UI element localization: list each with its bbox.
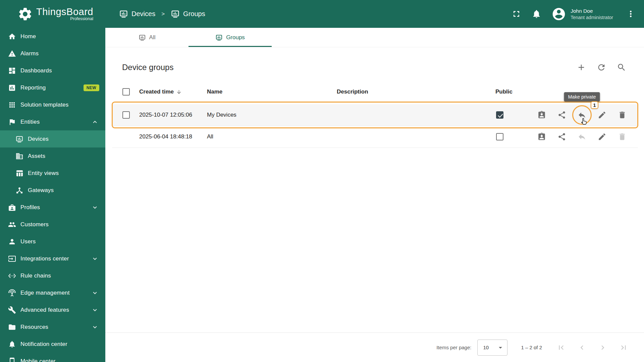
- sidebar-item-profiles[interactable]: Profiles: [0, 199, 105, 216]
- chevron-down-icon[interactable]: [91, 204, 99, 211]
- sidebar: Home Alarms Dashboards Reporting NEW Sol…: [0, 28, 105, 362]
- tab-groups[interactable]: Groups: [189, 28, 272, 47]
- breadcrumb-groups[interactable]: Groups: [171, 9, 205, 18]
- devices-icon: [119, 9, 128, 18]
- devices-icon: [15, 135, 23, 143]
- sidebar-item-users[interactable]: Users: [0, 233, 105, 250]
- sidebar-item-assets[interactable]: Assets: [0, 147, 105, 165]
- search-button[interactable]: [617, 63, 626, 72]
- tab-groups-label: Groups: [226, 34, 245, 41]
- sidebar-item-mobile-center[interactable]: Mobile center: [0, 353, 105, 362]
- breadcrumb-devices[interactable]: Devices: [119, 9, 155, 18]
- user-name: John Doe: [571, 8, 613, 15]
- sidebar-item-reporting[interactable]: Reporting NEW: [0, 79, 105, 96]
- sidebar-item-entity-views[interactable]: Entity views: [0, 165, 105, 182]
- sidebar-item-label: Edge management: [20, 290, 70, 296]
- sidebar-item-rule-chains[interactable]: Rule chains: [0, 267, 105, 284]
- sidebar-item-label: Advanced features: [20, 307, 69, 313]
- chevron-up-icon[interactable]: [91, 118, 99, 126]
- devices-icon: [139, 34, 146, 41]
- cell-name: All: [207, 133, 337, 140]
- row-checkbox[interactable]: [122, 111, 130, 119]
- edit-group-button[interactable]: [598, 111, 606, 119]
- sidebar-item-home[interactable]: Home: [0, 28, 105, 45]
- sidebar-item-dashboards[interactable]: Dashboards: [0, 62, 105, 79]
- sidebar-item-advanced-features[interactable]: Advanced features: [0, 301, 105, 318]
- manage-group-users-button[interactable]: [537, 132, 546, 141]
- bell-icon: [532, 9, 541, 19]
- share-icon: [557, 111, 566, 119]
- share-group-button[interactable]: [557, 111, 566, 119]
- report-chart-icon: [8, 84, 16, 92]
- items-per-page-label: Items per page:: [436, 345, 471, 350]
- make-private-button[interactable]: [578, 111, 586, 119]
- app-logo[interactable]: ThingsBoard Professional: [0, 6, 105, 22]
- more-menu-button[interactable]: [626, 9, 636, 19]
- chevron-down-icon[interactable]: [91, 289, 99, 297]
- sidebar-item-label: Home: [20, 33, 36, 40]
- sidebar-item-notification-center[interactable]: Notification center: [0, 336, 105, 353]
- user-info[interactable]: John Doe Tenant administrator: [571, 8, 613, 20]
- tab-all-label: All: [149, 34, 156, 41]
- sidebar-item-label: Notification center: [20, 341, 67, 348]
- column-header-public[interactable]: Public: [495, 88, 536, 95]
- table-row-all[interactable]: 2025-06-04 18:48:18 All: [112, 126, 638, 148]
- sidebar-item-entities[interactable]: Entities: [0, 113, 105, 130]
- sidebar-item-customers[interactable]: Customers: [0, 216, 105, 233]
- dropdown-arrow-icon: [496, 344, 504, 352]
- refresh-icon: [597, 63, 606, 72]
- public-checkbox[interactable]: [496, 111, 503, 119]
- column-header-name[interactable]: Name: [207, 88, 337, 95]
- sidebar-item-resources[interactable]: Resources: [0, 318, 105, 336]
- manage-group-users-button[interactable]: [537, 111, 546, 119]
- items-per-page-select[interactable]: 10: [477, 340, 507, 356]
- make-private-tooltip: Make private: [564, 92, 600, 102]
- chevron-down-icon[interactable]: [91, 323, 99, 331]
- breadcrumb: Devices > Groups: [105, 9, 205, 18]
- cell-name: My Devices: [207, 112, 337, 118]
- notifications-button[interactable]: [532, 9, 541, 19]
- chevron-left-icon: [578, 343, 586, 352]
- tab-bar: All Groups: [105, 28, 644, 47]
- sidebar-item-devices[interactable]: Devices: [0, 130, 105, 147]
- sidebar-item-edge-management[interactable]: Edge management: [0, 284, 105, 301]
- sidebar-item-label: Resources: [20, 324, 48, 330]
- sidebar-item-label: Dashboards: [20, 67, 52, 74]
- chevron-down-icon[interactable]: [91, 255, 99, 262]
- sidebar-item-solution-templates[interactable]: Solution templates: [0, 96, 105, 113]
- user-avatar[interactable]: [551, 7, 566, 21]
- page-range-label: 1 – 2 of 2: [521, 345, 542, 350]
- trash-icon: [618, 132, 627, 141]
- fullscreen-button[interactable]: [512, 9, 521, 19]
- sidebar-item-gateways[interactable]: Gateways: [0, 182, 105, 199]
- table-row-my-devices[interactable]: 2025-10-07 12:05:06 My Devices: [112, 104, 638, 126]
- sidebar-item-alarms[interactable]: Alarms: [0, 45, 105, 62]
- chevron-down-icon[interactable]: [91, 306, 99, 314]
- sidebar-item-label: Entity views: [28, 170, 59, 177]
- settings-ethernet-icon: [8, 272, 16, 280]
- breadcrumb-separator: >: [161, 11, 165, 17]
- refresh-button[interactable]: [597, 63, 606, 72]
- person-icon: [8, 238, 16, 246]
- column-header-description[interactable]: Description: [337, 88, 495, 95]
- edit-group-button[interactable]: [598, 132, 606, 141]
- sidebar-item-label: Users: [20, 238, 36, 245]
- share-group-button[interactable]: [557, 132, 566, 141]
- tab-all[interactable]: All: [105, 28, 189, 47]
- sidebar-item-integrations-center[interactable]: Integrations center: [0, 250, 105, 267]
- user-role: Tenant administrator: [571, 15, 613, 20]
- top-bar: ThingsBoard Professional Devices > Group…: [0, 0, 644, 28]
- breadcrumb-groups-label: Groups: [183, 10, 205, 18]
- title-actions: [577, 63, 626, 72]
- select-all-checkbox[interactable]: [122, 88, 130, 96]
- search-icon: [617, 63, 626, 72]
- hub-icon: [15, 186, 23, 194]
- delete-group-button[interactable]: [618, 111, 627, 119]
- edit-pencil-icon: [598, 111, 606, 119]
- column-header-created-time[interactable]: Created time: [139, 88, 207, 95]
- public-checkbox[interactable]: [496, 133, 503, 140]
- make-private-arrow-icon: [578, 132, 586, 141]
- add-device-group-button[interactable]: [577, 63, 586, 72]
- cell-created-time: 2025-10-07 12:05:06: [139, 112, 207, 118]
- warning-icon: [8, 50, 16, 58]
